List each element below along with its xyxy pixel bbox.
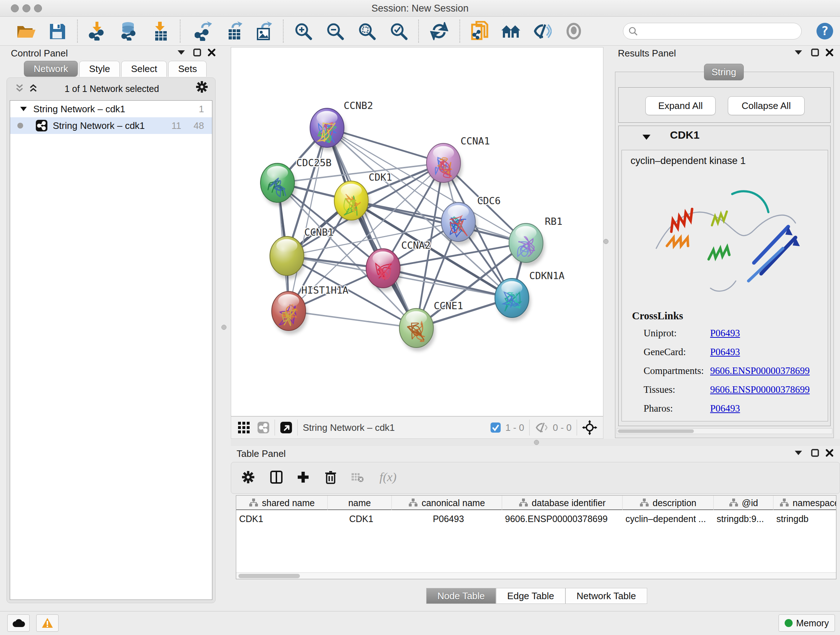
zoom-in-button[interactable] bbox=[292, 20, 314, 42]
table-cell-name[interactable]: CDK1 bbox=[328, 511, 392, 527]
column-header-canonical-name[interactable]: canonical name bbox=[392, 496, 502, 510]
expand-all-networks-button[interactable] bbox=[27, 83, 39, 94]
crosslink-link-tissues-[interactable]: 9606.ENSP00000378699 bbox=[710, 384, 810, 395]
scrollbar-thumb[interactable] bbox=[618, 429, 694, 433]
table-cell-namespace[interactable]: stringdb bbox=[774, 511, 836, 527]
memory-button[interactable]: Memory bbox=[778, 614, 835, 632]
hidden-eye-icon[interactable] bbox=[535, 422, 549, 433]
column-header--id[interactable]: @id bbox=[714, 496, 774, 510]
tab-select[interactable]: Select bbox=[121, 61, 167, 77]
tab-sets[interactable]: Sets bbox=[168, 61, 207, 77]
table-cell-description[interactable]: cyclin–dependent ... bbox=[622, 511, 714, 527]
panel-menu-button[interactable] bbox=[792, 448, 805, 458]
panel-menu-button[interactable] bbox=[175, 47, 187, 58]
expand-all-button[interactable]: Expand All bbox=[645, 96, 715, 115]
tab-style[interactable]: Style bbox=[79, 61, 120, 77]
panel-float-button[interactable] bbox=[809, 47, 821, 58]
network-view-share-button[interactable] bbox=[257, 422, 270, 433]
hide-unhide-button[interactable] bbox=[531, 20, 553, 42]
add-column-button[interactable] bbox=[297, 472, 309, 483]
save-session-button[interactable] bbox=[46, 20, 68, 42]
table-horizontal-scrollbar[interactable] bbox=[236, 572, 836, 579]
column-header-database-identifier[interactable]: database identifier bbox=[502, 496, 622, 510]
node-CCNA2[interactable] bbox=[366, 249, 402, 291]
network-collection-row[interactable]: String Network – cdk1 1 bbox=[10, 101, 212, 117]
table-cell-canonical-name[interactable]: P06493 bbox=[392, 511, 502, 527]
export-network-button[interactable] bbox=[193, 20, 214, 42]
edge-CCNB2-CCNE1[interactable] bbox=[327, 128, 416, 328]
collapse-all-networks-button[interactable] bbox=[13, 83, 26, 94]
search-input[interactable] bbox=[638, 26, 790, 36]
node-CCNE1[interactable] bbox=[399, 309, 435, 351]
network-row-selected[interactable]: String Network – cdk1 11 48 bbox=[10, 117, 212, 134]
clone-network-button[interactable] bbox=[469, 20, 491, 42]
panel-menu-button[interactable] bbox=[792, 47, 805, 58]
edge-CDK1-RB1[interactable] bbox=[351, 201, 526, 243]
delete-table-button[interactable] bbox=[351, 472, 363, 483]
table-options-button[interactable] bbox=[242, 472, 254, 483]
import-network-from-database-button[interactable] bbox=[117, 20, 139, 42]
node-CDC25B[interactable] bbox=[261, 163, 296, 206]
collapse-all-button[interactable]: Collapse All bbox=[728, 96, 805, 115]
panel-close-button[interactable] bbox=[205, 47, 218, 58]
tab-node-table[interactable]: Node Table bbox=[426, 588, 496, 604]
table-cell-database-identifier[interactable]: 9606.ENSP00000378699 bbox=[502, 511, 622, 527]
panel-close-button[interactable] bbox=[823, 448, 836, 458]
edge-CCNA2-CDKN1A[interactable] bbox=[383, 268, 512, 298]
open-session-button[interactable] bbox=[15, 20, 37, 42]
crosslink-link-compartments-[interactable]: 9606.ENSP00000378699 bbox=[710, 365, 810, 377]
node-CDK1[interactable] bbox=[334, 181, 370, 224]
edge-CCNB2-HIST1H1A[interactable] bbox=[289, 128, 327, 311]
crosslink-link-uniprot-[interactable]: P06493 bbox=[710, 328, 740, 339]
panel-close-button[interactable] bbox=[823, 47, 836, 58]
network-options-button[interactable] bbox=[196, 81, 208, 92]
show-grid-button[interactable] bbox=[238, 422, 250, 433]
splitter-handle-dot[interactable] bbox=[534, 440, 539, 445]
crosslink-link-pharos-[interactable]: P06493 bbox=[710, 403, 740, 414]
zoom-out-button[interactable] bbox=[324, 20, 346, 42]
zoom-selected-button[interactable] bbox=[388, 20, 409, 42]
table-row[interactable]: CDK1CDK1P064939606.ENSP00000378699cyclin… bbox=[236, 511, 836, 527]
help-button[interactable]: ? bbox=[814, 20, 836, 42]
tab-string[interactable]: String bbox=[704, 64, 744, 80]
node-CDKN1A[interactable] bbox=[495, 279, 531, 321]
node-RB1[interactable] bbox=[509, 223, 545, 266]
panel-float-button[interactable] bbox=[191, 47, 203, 58]
pan-crosshair-icon[interactable] bbox=[582, 420, 597, 435]
tab-network[interactable]: Network bbox=[24, 61, 78, 77]
show-columns-button[interactable] bbox=[270, 472, 283, 483]
export-image-button[interactable] bbox=[253, 20, 275, 42]
right-splitter-handle[interactable] bbox=[603, 239, 608, 244]
zoom-fit-button[interactable] bbox=[356, 20, 378, 42]
column-header-shared-name[interactable]: shared name bbox=[236, 496, 328, 510]
panel-float-button[interactable] bbox=[809, 448, 821, 458]
column-header-description[interactable]: description bbox=[622, 496, 714, 510]
node-CCNA1[interactable] bbox=[426, 143, 462, 186]
first-neighbors-button[interactable] bbox=[500, 20, 522, 42]
table-cell-shared-name[interactable]: CDK1 bbox=[236, 511, 328, 527]
horizontal-splitter[interactable] bbox=[231, 439, 840, 446]
crosslink-link-genecard-[interactable]: P06493 bbox=[710, 347, 740, 358]
left-splitter-handle[interactable] bbox=[221, 325, 226, 330]
warnings-button[interactable] bbox=[36, 614, 58, 632]
network-view-canvas[interactable]: CCNB2CCNA1CDC25BCDK1CDC6RB1CCNB1CCNA2CDK… bbox=[231, 47, 603, 416]
function-builder-button[interactable]: f(x) bbox=[379, 470, 396, 484]
section-collapse-button[interactable] bbox=[640, 132, 653, 143]
results-horizontal-scrollbar[interactable] bbox=[617, 428, 832, 434]
cloud-status-button[interactable] bbox=[7, 614, 30, 632]
table-cell--id[interactable]: stringdb:9... bbox=[714, 511, 774, 527]
string-network-graph[interactable]: CCNB2CCNA1CDC25BCDK1CDC6RB1CCNB1CCNA2CDK… bbox=[231, 48, 603, 416]
tab-edge-table[interactable]: Edge Table bbox=[496, 588, 565, 604]
birdseye-view-button[interactable] bbox=[280, 422, 292, 433]
delete-column-button[interactable] bbox=[325, 472, 337, 483]
tab-network-table[interactable]: Network Table bbox=[565, 588, 647, 604]
node-CCNB2[interactable] bbox=[310, 108, 346, 151]
import-network-button[interactable] bbox=[86, 20, 108, 42]
scrollbar-thumb[interactable] bbox=[238, 574, 300, 578]
edge-HIST1H1A-CCNE1[interactable] bbox=[289, 311, 416, 328]
selected-checkbox-icon[interactable] bbox=[490, 422, 501, 433]
refresh-view-button[interactable] bbox=[428, 20, 450, 42]
import-table-button[interactable] bbox=[150, 20, 172, 42]
column-header-namespace[interactable]: namespace bbox=[774, 496, 836, 510]
export-table-button[interactable] bbox=[224, 20, 246, 42]
